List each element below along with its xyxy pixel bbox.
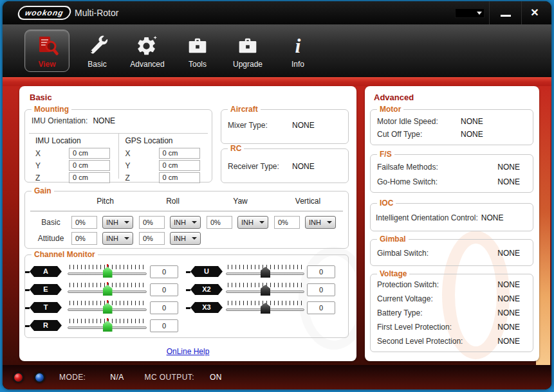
imu-x-field: 0 cm	[69, 148, 110, 159]
channel-value: 0	[150, 301, 178, 314]
imu-orientation-row: IMU Orientation: NONE	[32, 116, 115, 125]
advanced-panel-title: Advanced	[374, 93, 414, 102]
gain-mode-select[interactable]: INH	[102, 232, 133, 245]
gain-mode-select[interactable]: INH	[170, 232, 201, 245]
motor-legend: Motor	[377, 105, 403, 114]
chevron-down-icon	[477, 12, 482, 15]
channel-row-t: T 0 X3 0	[25, 300, 348, 316]
gain-cell: 0% INH	[207, 216, 274, 229]
channel-slider[interactable]	[226, 264, 304, 280]
ioc-legend: IOC	[377, 199, 396, 208]
toolbox-icon	[237, 33, 259, 58]
gain-attitude-row: Attitude 0% INH 0% INH	[30, 231, 207, 245]
basic-panel: Basic Mounting IMU Orientation: NONE IMU…	[19, 86, 356, 361]
gain-pct-input[interactable]: 0%	[71, 216, 97, 229]
channel-value: 0	[307, 265, 335, 278]
online-help-link[interactable]: OnLine Help	[19, 347, 356, 356]
gain-legend: Gain	[32, 186, 54, 195]
location-row: Y 0 cm	[125, 159, 203, 172]
gimbal-switch-label: Gimbal Switch:	[377, 249, 429, 258]
gain-mode-select[interactable]: INH	[305, 216, 336, 229]
axis-label: X	[35, 149, 69, 158]
channel-slider[interactable]	[68, 282, 147, 298]
imu-orientation-value: NONE	[93, 116, 115, 125]
channel-slider[interactable]	[226, 300, 304, 316]
motor-idle-value: NONE	[461, 117, 483, 126]
gain-cell: 0% INH	[71, 216, 139, 229]
failsafe-methods-value: NONE	[497, 163, 526, 172]
imu-location-title: IMU Location	[35, 136, 113, 145]
imu-orientation-label: IMU Orientation:	[32, 116, 88, 125]
battery-type-label: Battery Type:	[377, 308, 422, 317]
gain-pct-input[interactable]: 0%	[207, 216, 232, 229]
gain-pct-input[interactable]: 0%	[139, 216, 165, 229]
second-level-protection-label: Second Level Protection:	[377, 337, 463, 346]
channel-badge: T	[30, 302, 62, 313]
tab-upgrade[interactable]: Upgrade	[225, 30, 270, 69]
aircraft-legend: Aircraft	[228, 105, 261, 114]
channel-row-r: R 0	[25, 318, 348, 334]
combo-value: INH	[241, 218, 254, 226]
channel-stub	[186, 271, 190, 273]
combo-value: INH	[309, 218, 321, 226]
gain-col-roll: Roll	[139, 197, 207, 206]
close-button[interactable]: ✕	[527, 6, 542, 20]
gear-icon	[136, 33, 158, 58]
gain-cell: 0% INH	[274, 216, 342, 229]
failsafe-legend: F/S	[377, 150, 394, 159]
tab-tools[interactable]: Tools	[175, 30, 220, 69]
channel-value: 0	[150, 265, 178, 278]
channel-monitor-group: Channel Monitor A 0 U	[24, 254, 349, 338]
failsafe-group: F/S Failsafe Methods: NONE Go-Home Switc…	[370, 154, 533, 193]
tab-view[interactable]: View	[24, 30, 69, 72]
chevron-down-icon	[327, 221, 332, 224]
ioc-row: Intelligent Orientation Control: NONE	[376, 212, 526, 224]
channel-slider[interactable]	[226, 282, 304, 298]
content-area: Basic Mounting IMU Orientation: NONE IMU…	[3, 86, 551, 366]
channel-value: 0	[307, 301, 335, 314]
gps-y-field: 0 cm	[159, 160, 200, 171]
mounting-legend: Mounting	[32, 105, 71, 114]
location-columns: IMU Location X 0 cm Y 0 cm Z 0 cm	[29, 133, 208, 179]
gain-cell: 0% INH	[139, 216, 207, 229]
chevron-down-icon	[259, 221, 264, 224]
gimbal-legend: Gimbal	[377, 235, 409, 244]
main-toolbar: View Basic Advanced	[3, 24, 551, 77]
gain-pct-input[interactable]: 0%	[139, 232, 165, 245]
channel-slider[interactable]	[68, 264, 147, 280]
language-dropdown[interactable]	[455, 8, 485, 18]
gimbal-switch-row: Gimbal Switch: NONE	[377, 247, 526, 259]
motor-group: Motor Motor Idle Speed: NONE Cut Off Typ…	[370, 109, 533, 145]
location-row: Z 0 cm	[35, 172, 113, 184]
ioc-value: NONE	[481, 213, 504, 222]
minimize-button[interactable]	[497, 6, 514, 19]
channel-stub	[25, 271, 30, 273]
channel-row-e: E 0 X2 0	[25, 282, 348, 298]
motor-idle-label: Motor Idle Speed:	[377, 117, 438, 126]
channel-badge: U	[190, 266, 223, 277]
gain-mode-select[interactable]: INH	[170, 216, 201, 229]
gain-cell: 0% INH	[139, 232, 207, 245]
location-row: X 0 cm	[125, 147, 203, 159]
receiver-type-row: Receiver Type: NONE	[228, 162, 315, 171]
gohome-switch-label: Go-Home Switch:	[377, 177, 438, 186]
voltage-group: Voltage Protection Switch: NONE Current …	[370, 274, 533, 352]
gain-pct-input[interactable]: 0%	[274, 216, 300, 229]
mode-label: MODE:	[59, 373, 86, 382]
gain-mode-select[interactable]: INH	[102, 216, 133, 229]
gain-pct-input[interactable]: 0%	[71, 232, 97, 245]
tab-basic[interactable]: Basic	[75, 30, 120, 69]
first-level-protection-label: First Level Protection:	[377, 323, 452, 332]
failsafe-methods-row: Failsafe Methods: NONE	[377, 161, 526, 173]
channel-monitor-legend: Channel Monitor	[32, 250, 98, 259]
mixer-type-label: Mixer Type:	[228, 121, 292, 130]
tab-advanced[interactable]: Advanced	[125, 30, 170, 69]
tab-label: View	[38, 60, 55, 69]
axis-label: X	[125, 149, 159, 158]
tab-info[interactable]: i Info	[275, 30, 320, 69]
toolbox-icon	[187, 33, 208, 58]
channel-slider[interactable]	[68, 300, 147, 316]
channel-slider[interactable]	[68, 318, 147, 334]
protection-switch-value: NONE	[497, 280, 526, 289]
gain-mode-select[interactable]: INH	[237, 216, 268, 229]
